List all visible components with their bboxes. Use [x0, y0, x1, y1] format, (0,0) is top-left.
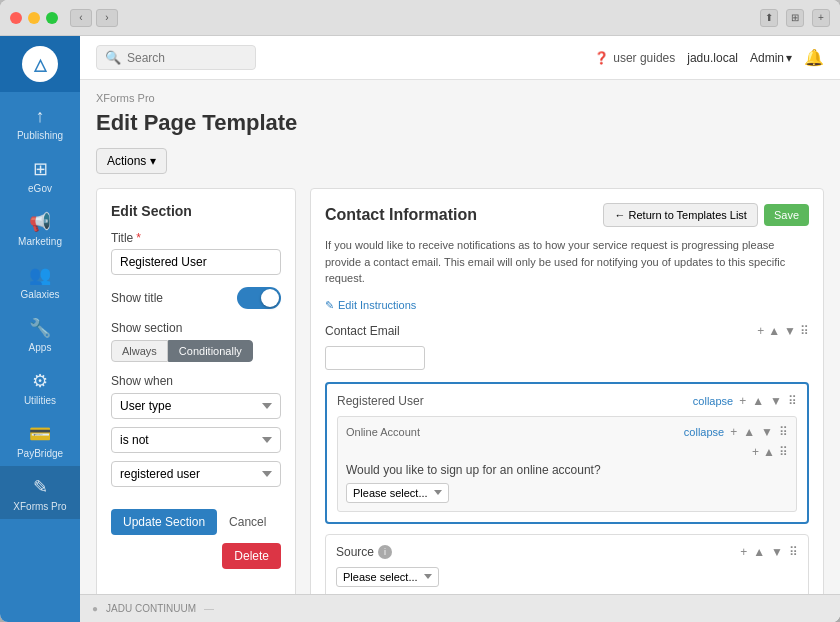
publishing-icon: ↑ — [36, 106, 45, 127]
forward-button[interactable]: › — [96, 9, 118, 27]
sidebar-item-publishing[interactable]: ↑ Publishing — [0, 96, 80, 148]
logo-circle: △ — [22, 46, 58, 82]
titlebar-nav: ‹ › — [70, 9, 118, 27]
inner-drag-icon[interactable]: ⠿ — [779, 445, 788, 459]
edit-instructions-label: Edit Instructions — [338, 299, 416, 311]
footer-separator: — — [204, 603, 214, 614]
update-section-button[interactable]: Update Section — [111, 509, 217, 535]
sidebar-logo: △ — [0, 36, 80, 92]
inner-up-icon[interactable]: ▲ — [763, 445, 775, 459]
sidebar-item-egov[interactable]: ⊞ eGov — [0, 148, 80, 201]
sidebar-item-apps[interactable]: 🔧 Apps — [0, 307, 80, 360]
return-to-templates-button[interactable]: ← Return to Templates List — [603, 203, 757, 227]
actions-chevron-icon: ▾ — [150, 154, 156, 168]
search-box[interactable]: 🔍 — [96, 45, 256, 70]
sidebar-item-galaxies-label: Galaxies — [21, 289, 60, 301]
always-button[interactable]: Always — [111, 340, 168, 362]
collapse-link[interactable]: collapse — [693, 395, 733, 407]
ru-drag-icon[interactable]: ⠿ — [788, 394, 797, 408]
toggle-knob — [261, 289, 279, 307]
src-add-icon[interactable]: + — [740, 545, 747, 559]
maximize-button[interactable] — [46, 12, 58, 24]
close-button[interactable] — [10, 12, 22, 24]
required-asterisk: * — [136, 231, 141, 245]
src-up-icon[interactable]: ▲ — [753, 545, 765, 559]
footer-text: JADU CONTINUUM — [106, 603, 196, 614]
oa-up-icon[interactable]: ▲ — [743, 425, 755, 439]
two-col-layout: Edit Section Title * Show title ✕ — [96, 188, 824, 594]
contact-email-row: Contact Email + ▲ ▼ ⠿ — [325, 324, 809, 338]
info-text: If you would like to receive notificatio… — [325, 237, 809, 287]
ru-down-icon[interactable]: ▼ — [770, 394, 782, 408]
paybridge-icon: 💳 — [29, 423, 51, 445]
admin-label: Admin — [750, 51, 784, 65]
source-label-text: Source — [336, 545, 374, 559]
minimize-button[interactable] — [28, 12, 40, 24]
oa-down-icon[interactable]: ▼ — [761, 425, 773, 439]
delete-button[interactable]: Delete — [222, 543, 281, 569]
contact-email-input[interactable] — [325, 346, 425, 370]
drag-icon[interactable]: ⠿ — [800, 324, 809, 338]
save-button[interactable]: Save — [764, 204, 809, 226]
ru-up-icon[interactable]: ▲ — [752, 394, 764, 408]
admin-menu[interactable]: Admin ▾ — [750, 51, 792, 65]
panel-footer: Update Section Cancel Delete — [111, 509, 281, 569]
sidebar-item-xforms[interactable]: ✎ XForms Pro — [0, 466, 80, 519]
sidebar-item-paybridge[interactable]: 💳 PayBridge — [0, 413, 80, 466]
titlebar-icons: ⬆ ⊞ + — [760, 9, 830, 27]
actions-button[interactable]: Actions ▾ — [96, 148, 167, 174]
oa-drag-icon[interactable]: ⠿ — [779, 425, 788, 439]
please-select-dropdown[interactable]: Please select... — [346, 483, 449, 503]
search-input[interactable] — [127, 51, 237, 65]
show-title-toggle[interactable]: ✕ — [237, 287, 281, 309]
marketing-icon: 📢 — [29, 211, 51, 233]
inner-add-icon[interactable]: + — [752, 445, 759, 459]
title-input[interactable] — [111, 249, 281, 275]
sidebar-item-apps-label: Apps — [29, 342, 52, 354]
condition2-select[interactable]: is not — [111, 427, 281, 453]
cancel-button[interactable]: Cancel — [225, 509, 270, 535]
edit-instructions-link[interactable]: ✎ Edit Instructions — [325, 299, 416, 312]
user-guides-link[interactable]: ❓ user guides — [594, 51, 675, 65]
online-account-title: Online Account — [346, 426, 684, 438]
oa-add-icon[interactable]: + — [730, 425, 737, 439]
show-section-row: Show section Always Conditionally — [111, 321, 281, 362]
main-content: 🔍 ❓ user guides jadu.local Admin ▾ 🔔 — [80, 36, 840, 622]
down-icon[interactable]: ▼ — [784, 324, 796, 338]
ru-add-icon[interactable]: + — [739, 394, 746, 408]
conditionally-button[interactable]: Conditionally — [168, 340, 253, 362]
condition1-select[interactable]: User type — [111, 393, 281, 419]
app-window: ‹ › ⬆ ⊞ + △ ↑ Publishing ⊞ eGov 📢 Mark — [0, 0, 840, 622]
registered-user-controls: collapse + ▲ ▼ ⠿ — [693, 394, 797, 408]
sidebar-item-utilities-label: Utilities — [24, 395, 56, 407]
traffic-lights — [10, 12, 58, 24]
new-tab-icon[interactable]: ⊞ — [786, 9, 804, 27]
title-field-label: Title * — [111, 231, 281, 245]
notifications-bell-icon[interactable]: 🔔 — [804, 48, 824, 67]
title-label-text: Title — [111, 231, 133, 245]
online-account-controls: collapse + ▲ ▼ ⠿ — [684, 425, 788, 439]
breadcrumb: XForms Pro — [96, 92, 824, 104]
online-account-box: Online Account collapse + ▲ ▼ ⠿ — [337, 416, 797, 512]
sidebar-item-utilities[interactable]: ⚙ Utilities — [0, 360, 80, 413]
source-info-icon[interactable]: i — [378, 545, 392, 559]
source-select[interactable]: Please select... — [336, 567, 439, 587]
src-down-icon[interactable]: ▼ — [771, 545, 783, 559]
user-guides-label: user guides — [613, 51, 675, 65]
sidebar-item-galaxies[interactable]: 👥 Galaxies — [0, 254, 80, 307]
add-icon[interactable]: + — [757, 324, 764, 338]
show-title-row: Show title ✕ — [111, 287, 281, 309]
oa-collapse-link[interactable]: collapse — [684, 426, 724, 438]
condition3-select[interactable]: registered user — [111, 461, 281, 487]
sidebar-item-marketing[interactable]: 📢 Marketing — [0, 201, 80, 254]
edit-section-panel: Edit Section Title * Show title ✕ — [96, 188, 296, 594]
src-drag-icon[interactable]: ⠿ — [789, 545, 798, 559]
share-icon[interactable]: ⬆ — [760, 9, 778, 27]
contact-header-btns: ← Return to Templates List Save — [603, 203, 809, 227]
fullscreen-icon[interactable]: + — [812, 9, 830, 27]
up-icon[interactable]: ▲ — [768, 324, 780, 338]
back-button[interactable]: ‹ — [70, 9, 92, 27]
sidebar-item-marketing-label: Marketing — [18, 236, 62, 248]
xforms-icon: ✎ — [33, 476, 48, 498]
admin-chevron-icon: ▾ — [786, 51, 792, 65]
